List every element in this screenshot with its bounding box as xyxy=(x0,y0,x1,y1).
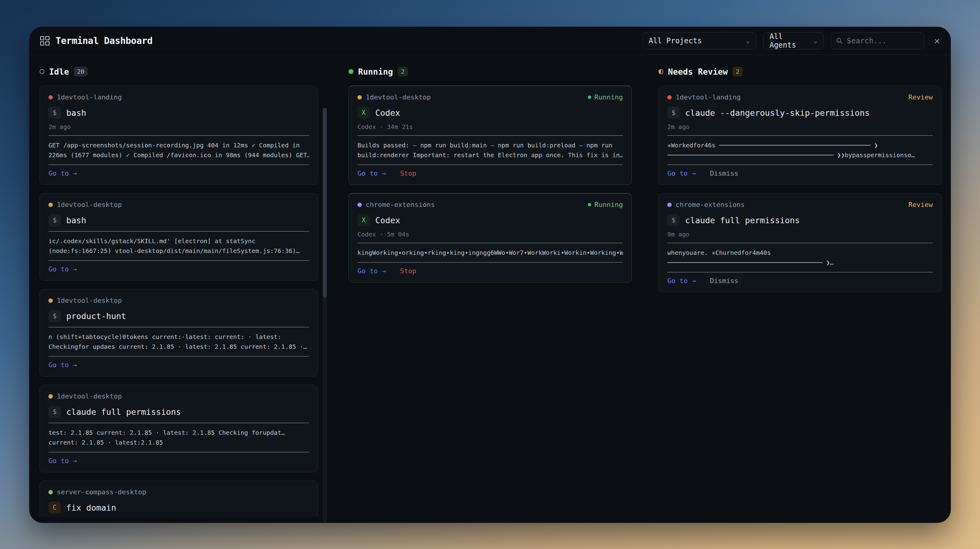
column-running-count: 2 xyxy=(398,67,408,77)
column-running-title: Running xyxy=(358,67,393,77)
project-name: chrome-extensions xyxy=(676,201,745,209)
column-needs-review-cards: 1devtool-landing Review $ claude --dange… xyxy=(659,86,942,517)
column-idle-count: 20 xyxy=(74,67,88,77)
column-idle-header: Idle 20 xyxy=(40,67,318,77)
session-command: Codex xyxy=(375,215,400,225)
projects-filter-value: All Projects xyxy=(649,37,702,45)
project-dot xyxy=(667,203,671,207)
shell-badge-icon: $ xyxy=(48,107,61,119)
stop-button[interactable]: Stop xyxy=(400,169,416,177)
session-command: Codex xyxy=(375,108,400,118)
output-line: 226ms (1677 modules) ✓ Compiled /favicon… xyxy=(48,150,309,160)
review-link[interactable]: Review xyxy=(908,93,933,101)
needs-review-status-icon xyxy=(659,69,663,74)
projects-filter-dropdown[interactable]: All Projects ⌄ xyxy=(642,32,756,49)
idle-status-icon xyxy=(40,69,45,74)
session-command: product-hunt xyxy=(66,311,126,321)
running-status-icon xyxy=(348,69,353,74)
column-needs-review: Needs Review 2 1devtool-landing Review $… xyxy=(659,67,942,517)
project-dot xyxy=(48,95,53,99)
search-icon xyxy=(836,37,843,45)
session-command: claude full permissions xyxy=(66,407,181,417)
project-dot xyxy=(358,95,362,99)
goto-link[interactable]: Go to → xyxy=(48,265,77,273)
session-card[interactable]: 1devtool-desktop Running X Codex Codex ·… xyxy=(348,86,632,185)
running-dot-icon xyxy=(588,96,591,99)
running-status-label: Running xyxy=(594,201,623,209)
session-card[interactable]: server-compass-desktop C fix domain Clau… xyxy=(40,480,318,517)
output-line: whenyouare. ✳Churnedfor4m40s xyxy=(667,248,933,258)
project-dot xyxy=(48,490,53,494)
column-running-header: Running 2 xyxy=(348,67,632,77)
terminal-output: test: 2.1.85 current: 2.1.85 · latest: 2… xyxy=(48,423,309,452)
shell-badge-icon: $ xyxy=(667,107,679,119)
output-line: ✳Workedfor46s ──────────────────────────… xyxy=(667,140,933,150)
search-input[interactable] xyxy=(847,37,919,45)
chevron-down-icon: ⌄ xyxy=(746,38,750,44)
running-status-badge: Running xyxy=(588,201,623,209)
terminal-output: n (shift+tabtocycle)0tokens current:·lat… xyxy=(48,327,309,356)
dismiss-button[interactable]: Dismiss xyxy=(710,169,738,177)
output-line: test: 2.1.85 current: 2.1.85 · latest: 2… xyxy=(48,428,309,437)
session-card[interactable]: 1devtool-landing Review $ claude --dange… xyxy=(659,86,942,185)
column-needs-review-header: Needs Review 2 xyxy=(659,67,942,77)
goto-link[interactable]: Go to → xyxy=(667,169,696,177)
output-line: Checkingfor updaes current: 2.1.85 · lat… xyxy=(48,342,309,351)
session-meta: Codex · 5m 04s xyxy=(358,231,623,238)
stop-button[interactable]: Stop xyxy=(400,267,416,275)
agents-filter-dropdown[interactable]: All Agents ⌄ xyxy=(763,32,824,49)
project-name: 1devtool-desktop xyxy=(57,393,122,400)
session-meta: 9m ago xyxy=(667,231,933,238)
goto-link[interactable]: Go to → xyxy=(358,169,386,177)
session-command: bash xyxy=(66,108,86,118)
project-dot xyxy=(358,203,362,207)
output-line: GET /app-screenshots/session-recording.j… xyxy=(48,140,309,150)
goto-link[interactable]: Go to → xyxy=(48,457,77,464)
goto-link[interactable]: Go to → xyxy=(48,361,77,369)
column-needs-review-title: Needs Review xyxy=(668,67,728,77)
review-link[interactable]: Review xyxy=(908,201,933,209)
session-card[interactable]: 1devtool-desktop $ product-hunt n (shift… xyxy=(40,289,318,377)
shell-badge-icon: $ xyxy=(667,214,679,226)
column-idle-title: Idle xyxy=(49,67,69,77)
session-card[interactable]: 1devtool-desktop $ bash ic/.codex/skills… xyxy=(40,193,318,281)
output-line: current: 2.1.85 · latest:2.1.85 xyxy=(48,437,309,447)
session-card[interactable]: 1devtool-desktop $ claude full permissio… xyxy=(40,385,318,472)
project-dot xyxy=(48,298,53,303)
kanban-board: Idle 20 1devtool-landing $ bash 2m ago G… xyxy=(29,55,951,517)
output-line: ────────────────────────────────────────… xyxy=(667,258,933,267)
claude-badge-icon: C xyxy=(48,501,61,514)
shell-badge-icon: $ xyxy=(48,405,61,418)
output-line: n (shift+tabtocycle)0tokens current:·lat… xyxy=(48,332,309,342)
project-name: 1devtool-desktop xyxy=(366,93,431,101)
goto-link[interactable]: Go to → xyxy=(667,277,696,285)
codex-badge-icon: X xyxy=(358,214,370,226)
goto-link[interactable]: Go to → xyxy=(48,169,77,177)
running-dot-icon xyxy=(588,203,591,206)
session-card[interactable]: chrome-extensions Running X Codex Codex … xyxy=(348,193,632,282)
close-icon[interactable]: ✕ xyxy=(934,36,940,45)
dismiss-button[interactable]: Dismiss xyxy=(710,277,738,285)
session-command: fix domain xyxy=(66,503,116,512)
codex-badge-icon: X xyxy=(358,107,370,119)
column-needs-review-count: 2 xyxy=(732,67,743,77)
session-card[interactable]: chrome-extensions Review $ claude full p… xyxy=(659,193,942,292)
output-line: ────────────────────────────────────────… xyxy=(667,150,933,160)
project-name: chrome-extensions xyxy=(366,201,435,209)
terminal-output: ic/.codex/skills/gstack/SKILL.md' [elect… xyxy=(48,231,309,261)
session-command: bash xyxy=(66,215,86,225)
output-line: build:renderer Important: restart the El… xyxy=(358,150,623,160)
project-name: 1devtool-desktop xyxy=(57,201,122,209)
terminal-output: GET /app-screenshots/session-recording.j… xyxy=(48,136,309,165)
search-box[interactable] xyxy=(830,32,924,49)
session-card[interactable]: 1devtool-landing $ bash 2m ago GET /app-… xyxy=(40,86,318,185)
idle-column-scrollbar[interactable] xyxy=(323,108,327,523)
scrollbar-thumb[interactable] xyxy=(323,108,327,297)
project-name: 1devtool-landing xyxy=(676,93,741,101)
app-title: Terminal Dashboard xyxy=(56,35,153,46)
goto-link[interactable]: Go to → xyxy=(358,267,386,275)
terminal-output: ✳Workedfor46s ──────────────────────────… xyxy=(667,136,933,165)
project-name: 1devtool-landing xyxy=(57,93,122,101)
header: Terminal Dashboard All Projects ⌄ All Ag… xyxy=(29,27,951,55)
project-name: 1devtool-desktop xyxy=(57,297,122,304)
